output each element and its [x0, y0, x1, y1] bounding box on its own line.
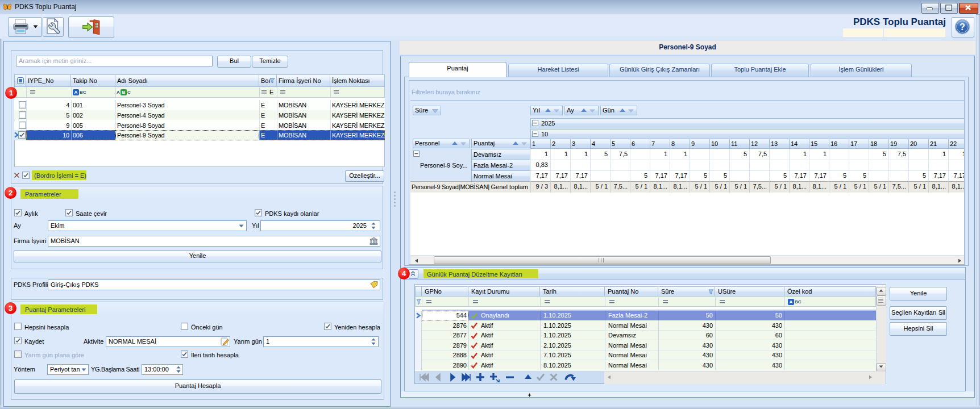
svg-text:?: ?	[960, 22, 965, 32]
